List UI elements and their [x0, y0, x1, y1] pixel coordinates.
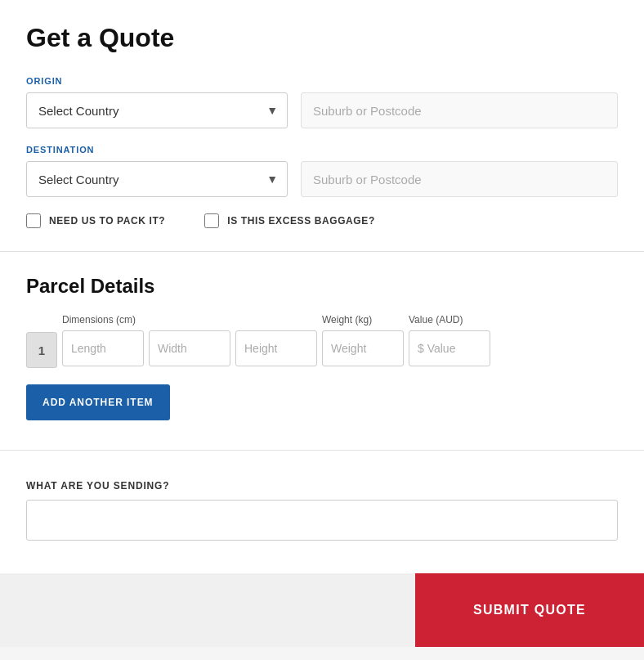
- checkboxes-row: NEED US TO PACK IT? IS THIS EXCESS BAGGA…: [26, 213, 618, 228]
- dimensions-inputs: [62, 330, 317, 366]
- value-label: Value (AUD): [409, 314, 490, 326]
- submit-quote-button[interactable]: SUBMIT QUOTE: [415, 573, 644, 647]
- dimensions-label: Dimensions (cm): [62, 314, 317, 326]
- item-number: 1: [26, 332, 57, 368]
- parcel-details-area: 1 Dimensions (cm) Weight (kg) Value (AUD…: [26, 314, 618, 368]
- weight-inputs: [322, 330, 404, 366]
- destination-country-wrapper[interactable]: Select Country ▼: [26, 161, 288, 197]
- length-input[interactable]: [62, 330, 144, 366]
- weight-label: Weight (kg): [322, 314, 404, 326]
- footer-bar: SUBMIT QUOTE: [0, 573, 644, 647]
- value-input[interactable]: [409, 330, 490, 366]
- pack-checkbox-item[interactable]: NEED US TO PACK IT?: [26, 213, 165, 228]
- dimensions-group: Dimensions (cm): [62, 314, 317, 366]
- origin-suburb-input[interactable]: [301, 92, 618, 128]
- baggage-label: IS THIS EXCESS BAGGAGE?: [227, 215, 375, 227]
- page-title: Get a Quote: [26, 23, 618, 53]
- origin-label: ORIGIN: [26, 76, 618, 86]
- width-input[interactable]: [149, 330, 230, 366]
- pack-label: NEED US TO PACK IT?: [49, 215, 165, 227]
- weight-input[interactable]: [322, 330, 404, 366]
- add-another-item-button[interactable]: ADD ANOTHER ITEM: [26, 384, 170, 420]
- main-content: Get a Quote ORIGIN Select Country ▼ DEST…: [0, 0, 644, 573]
- value-group: Value (AUD): [409, 314, 490, 366]
- destination-label: DESTINATION: [26, 145, 618, 155]
- height-input[interactable]: [235, 330, 317, 366]
- parcel-divider: [0, 450, 644, 451]
- origin-row: Select Country ▼: [26, 92, 618, 128]
- pack-checkbox[interactable]: [26, 213, 41, 228]
- what-sending-section: WHAT ARE YOU SENDING?: [26, 480, 618, 541]
- destination-suburb-input[interactable]: [301, 161, 618, 197]
- what-sending-input[interactable]: [26, 500, 618, 541]
- parcel-title: Parcel Details: [26, 275, 618, 298]
- weight-group: Weight (kg): [322, 314, 404, 366]
- destination-country-select[interactable]: Select Country: [26, 161, 288, 197]
- origin-country-select[interactable]: Select Country: [26, 92, 288, 128]
- add-item-area: ADD ANOTHER ITEM: [26, 384, 618, 420]
- value-inputs: [409, 330, 490, 366]
- what-sending-label: WHAT ARE YOU SENDING?: [26, 480, 618, 492]
- section-divider: [0, 251, 644, 252]
- origin-country-wrapper[interactable]: Select Country ▼: [26, 92, 288, 128]
- baggage-checkbox[interactable]: [204, 213, 219, 228]
- destination-row: Select Country ▼: [26, 161, 618, 197]
- baggage-checkbox-item[interactable]: IS THIS EXCESS BAGGAGE?: [204, 213, 375, 228]
